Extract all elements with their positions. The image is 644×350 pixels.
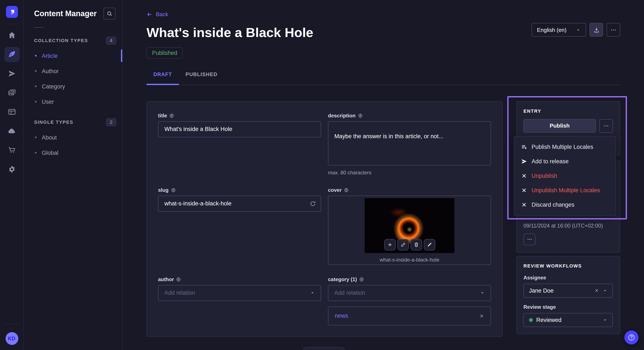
cross-icon xyxy=(521,173,527,179)
sidebar-item-user[interactable]: User xyxy=(24,94,122,109)
collapsed-component-stub[interactable] xyxy=(303,347,345,350)
sidebar-item-category[interactable]: Category xyxy=(24,79,122,94)
globe-icon xyxy=(170,187,176,192)
entry-side-panel: ENTRY Publish Publish Multiple Locales xyxy=(516,101,620,334)
sidebar-item-about[interactable]: About xyxy=(24,130,122,145)
sidebar-item-article[interactable]: Article xyxy=(24,48,122,63)
clear-assignee-icon[interactable] xyxy=(594,288,599,293)
schedule-more-button[interactable] xyxy=(524,233,536,245)
bullet-icon xyxy=(35,152,37,154)
entry-form-card: title description Maybe the answer is in… xyxy=(146,101,502,337)
locale-select[interactable]: English (en) xyxy=(531,23,586,37)
sidebar-item-label: Category xyxy=(42,83,65,90)
trash-icon xyxy=(413,242,419,247)
nav-content-type-builder-icon[interactable] xyxy=(4,104,20,120)
menu-item-publish-multiple-locales[interactable]: Publish Multiple Locales xyxy=(514,140,616,154)
author-placeholder: Add relation xyxy=(164,290,195,296)
bullet-icon xyxy=(35,137,37,138)
section-label-collection-types: COLLECTION TYPES xyxy=(34,38,88,43)
description-label: description xyxy=(328,113,491,118)
ellipsis-icon xyxy=(603,123,609,129)
cross-icon xyxy=(521,187,527,193)
scheduled-date: 09/11/2024 at 16:00 (UTC+02:00) xyxy=(524,223,613,229)
sidebar-item-global[interactable]: Global xyxy=(24,145,122,160)
nav-settings-icon[interactable] xyxy=(4,162,20,177)
add-asset-button[interactable] xyxy=(384,239,396,250)
chevron-down-icon xyxy=(480,291,485,295)
assignee-value: Jane Doe xyxy=(529,287,591,294)
nav-marketplace-icon[interactable] xyxy=(4,143,20,158)
sidebar-title: Content Manager xyxy=(34,9,97,18)
tab-draft[interactable]: DRAFT xyxy=(146,65,179,85)
category-relation-select[interactable]: Add relation xyxy=(328,285,491,301)
stage-status-dot xyxy=(529,318,533,322)
globe-icon xyxy=(359,277,364,282)
slug-input[interactable] xyxy=(158,195,321,212)
menu-item-unpublish-multiple-locales[interactable]: Unpublish Multiple Locales xyxy=(514,183,616,197)
rail-nav xyxy=(4,28,20,177)
entry-heading: ENTRY xyxy=(524,108,613,113)
nav-media-library-icon[interactable] xyxy=(4,85,20,100)
menu-item-unpublish[interactable]: Unpublish xyxy=(514,169,616,183)
export-button[interactable] xyxy=(590,23,603,37)
delete-asset-button[interactable] xyxy=(410,239,422,250)
title-input[interactable] xyxy=(158,121,321,137)
description-textarea[interactable]: Maybe the answer is in this article, or … xyxy=(328,121,491,165)
menu-item-add-to-release[interactable]: Add to release xyxy=(514,154,616,169)
category-tag-link[interactable]: news xyxy=(335,313,348,319)
help-button[interactable] xyxy=(624,331,638,345)
strapi-logo[interactable] xyxy=(6,6,18,18)
author-relation-select[interactable]: Add relation xyxy=(158,285,321,301)
cover-actions xyxy=(384,239,435,250)
collection-types-list: Article Author Category User xyxy=(24,48,122,109)
nav-deploy-icon[interactable] xyxy=(4,123,20,139)
slug-label: slug xyxy=(158,187,321,193)
menu-item-discard-changes[interactable]: Discard changes xyxy=(514,197,616,212)
review-stage-select[interactable]: Reviewed xyxy=(524,313,613,327)
description-hint: max. 80 characters xyxy=(328,170,491,175)
search-button[interactable] xyxy=(104,8,116,19)
header-more-button[interactable] xyxy=(606,23,620,37)
assignee-label: Assignee xyxy=(524,275,613,280)
sidebar-item-label: Article xyxy=(42,52,58,59)
bullet-icon xyxy=(35,70,37,72)
nav-home-icon[interactable] xyxy=(4,28,20,43)
bullet-icon xyxy=(35,55,37,57)
copy-link-button[interactable] xyxy=(397,239,409,250)
arrow-left-icon xyxy=(146,11,152,17)
regenerate-slug-button[interactable] xyxy=(310,200,316,207)
strapi-logo-icon xyxy=(8,8,16,16)
remove-relation-icon[interactable] xyxy=(479,313,484,318)
sidebar-item-label: Author xyxy=(42,68,59,74)
review-workflows-heading: REVIEW WORKFLOWS xyxy=(524,263,613,268)
single-types-count-badge: 2 xyxy=(106,118,116,126)
version-tabs: DRAFT PUBLISHED xyxy=(146,65,620,85)
single-types-list: About Global xyxy=(24,130,122,160)
nav-content-manager-icon[interactable] xyxy=(4,47,20,62)
rail-divider-bottom xyxy=(3,324,20,325)
field-author: author Add relation xyxy=(158,276,321,301)
cover-filename: what-s-inside-a-black-hole xyxy=(380,257,439,263)
cross-icon xyxy=(521,201,527,208)
field-category: category (1) Add relation news xyxy=(328,276,491,325)
sidebar-item-author[interactable]: Author xyxy=(24,63,122,79)
active-scroll-indicator xyxy=(121,49,122,62)
tab-published[interactable]: PUBLISHED xyxy=(179,65,224,85)
back-link[interactable]: Back xyxy=(146,11,168,17)
ellipsis-icon xyxy=(527,236,532,242)
review-stage-value: Reviewed xyxy=(536,317,599,323)
assignee-select[interactable]: Jane Doe xyxy=(524,283,613,298)
publish-button[interactable]: Publish xyxy=(524,119,596,133)
edit-asset-button[interactable] xyxy=(424,239,435,250)
list-plus-icon xyxy=(521,144,527,150)
sidebar-item-label: User xyxy=(42,98,54,105)
sidebar-divider xyxy=(34,27,44,28)
field-description: description Maybe the answer is in this … xyxy=(328,113,491,175)
entry-more-button[interactable] xyxy=(599,119,613,133)
question-circle-icon xyxy=(628,334,636,342)
review-workflows-panel: REVIEW WORKFLOWS Assignee Jane Doe Revie… xyxy=(516,256,620,334)
bullet-icon xyxy=(35,101,37,103)
user-avatar[interactable]: KD xyxy=(5,332,18,345)
chevron-down-icon xyxy=(603,288,607,293)
nav-releases-icon[interactable] xyxy=(4,66,20,81)
